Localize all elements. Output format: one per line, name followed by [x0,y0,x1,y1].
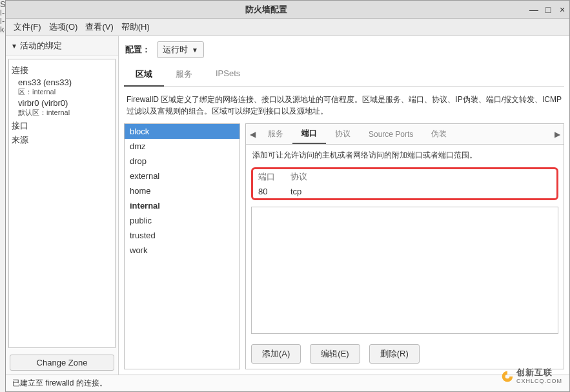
tab-ipsets[interactable]: IPSets [204,63,252,87]
scroll-left-icon[interactable]: ◀ [246,130,259,139]
tree-item-ens33[interactable]: ens33 (ens33) [18,77,112,87]
port-table-body[interactable] [251,207,558,334]
config-label: 配置： [125,44,150,56]
scroll-right-icon[interactable]: ▶ [551,130,564,139]
subtab-masquerade[interactable]: 伪装 [422,125,456,143]
zone-description: FirewallD 区域定义了绑定的网络连接、接口以及源地址的可信程度。区域是服… [119,87,569,123]
main-area: 配置： 运行时 ▼ 区域 服务 IPSets FirewallD 区域定义了绑定… [119,36,569,375]
subtab-protocols[interactable]: 协议 [326,125,360,143]
highlight-frame: 端口 协议 80 tcp [251,167,558,200]
tab-services[interactable]: 服务 [164,63,204,87]
menu-options[interactable]: 选项(O) [49,21,78,33]
tree-category-interfaces[interactable]: 接口 [12,120,112,132]
maximize-icon[interactable]: □ [541,5,555,15]
col-protocol[interactable]: 协议 [285,169,556,185]
zone-list[interactable]: blockdmzdropexternalhomeinternalpublictr… [124,123,240,369]
sidebar-title: 活动的绑定 [20,40,62,52]
zone-item-internal[interactable]: internal [125,198,239,213]
port-cell: 80 [253,185,285,198]
zone-item-home[interactable]: home [125,183,239,198]
delete-button[interactable]: 删除(R) [369,344,420,364]
sidebar: ▾ 活动的绑定 连接 ens33 (ens33) 区：internal virb… [6,36,119,375]
config-row: 配置： 运行时 ▼ [119,36,569,63]
subtab-ports[interactable]: 端口 [292,124,326,144]
port-buttons: 添加(A) 编辑(E) 删除(R) [246,339,564,369]
main-tabs: 区域 服务 IPSets [124,63,564,87]
zone-item-dmz[interactable]: dmz [125,139,239,154]
zone-item-drop[interactable]: drop [125,154,239,169]
config-selector[interactable]: 运行时 ▼ [157,41,204,58]
port-row[interactable]: 80 tcp [253,185,556,198]
zone-item-trusted[interactable]: trusted [125,228,239,243]
zone-detail: ◀ 服务 端口 协议 Source Ports 伪装 ▶ 添加可让允许访问的主机… [245,123,564,369]
proto-cell: tcp [285,185,556,198]
menu-help[interactable]: 帮助(H) [121,21,150,33]
chevron-down-icon: ▾ [12,41,16,50]
change-zone-button[interactable]: Change Zone [10,355,114,371]
sidebar-header[interactable]: ▾ 活动的绑定 [6,36,118,56]
firewall-config-window: 防火墙配置 — □ × 文件(F) 选项(O) 查看(V) 帮助(H) ▾ 活动… [5,0,570,392]
tree-item-virbr0[interactable]: virbr0 (virbr0) [18,98,112,108]
window-title: 防火墙配置 [6,4,527,15]
menubar: 文件(F) 选项(O) 查看(V) 帮助(H) [6,19,569,36]
subtab-source-ports[interactable]: Source Ports [360,126,422,143]
chevron-down-icon: ▼ [192,46,198,54]
add-button[interactable]: 添加(A) [251,344,301,364]
tree-item-virbr0-zone: 默认区：internal [18,108,112,118]
tree-category-connections[interactable]: 连接 [12,65,112,76]
close-icon[interactable]: × [555,5,569,15]
watermark: 创新互联 CXHLCQ.COM [501,368,562,384]
editor-gutter: S) l- l- k- [0,0,5,34]
status-bar: 已建立至 firewalld 的连接。 [6,375,569,391]
edit-button[interactable]: 编辑(E) [310,344,360,364]
subtab-services[interactable]: 服务 [259,125,292,143]
col-port[interactable]: 端口 [253,169,285,185]
zone-item-external[interactable]: external [125,169,239,183]
bindings-tree[interactable]: 连接 ens33 (ens33) 区：internal virbr0 (virb… [8,59,116,348]
tab-zones[interactable]: 区域 [124,63,164,87]
zone-item-work[interactable]: work [125,243,239,258]
zone-item-public[interactable]: public [125,213,239,228]
minimize-icon[interactable]: — [527,5,541,15]
ports-description: 添加可让允许访问的主机或者网络访问的附加端口或者端口范围。 [246,145,564,166]
zone-item-block[interactable]: block [125,124,239,139]
zone-subtabs: ◀ 服务 端口 协议 Source Ports 伪装 ▶ [246,124,564,145]
watermark-sub: CXHLCQ.COM [516,378,562,384]
watermark-brand: 创新互联 [516,367,553,377]
menu-file[interactable]: 文件(F) [14,21,41,33]
config-value: 运行时 [163,44,188,56]
tree-item-ens33-zone: 区：internal [18,87,112,97]
menu-view[interactable]: 查看(V) [85,21,113,33]
tree-category-sources[interactable]: 来源 [12,134,112,146]
titlebar: 防火墙配置 — □ × [6,1,569,19]
logo-icon [501,370,514,383]
